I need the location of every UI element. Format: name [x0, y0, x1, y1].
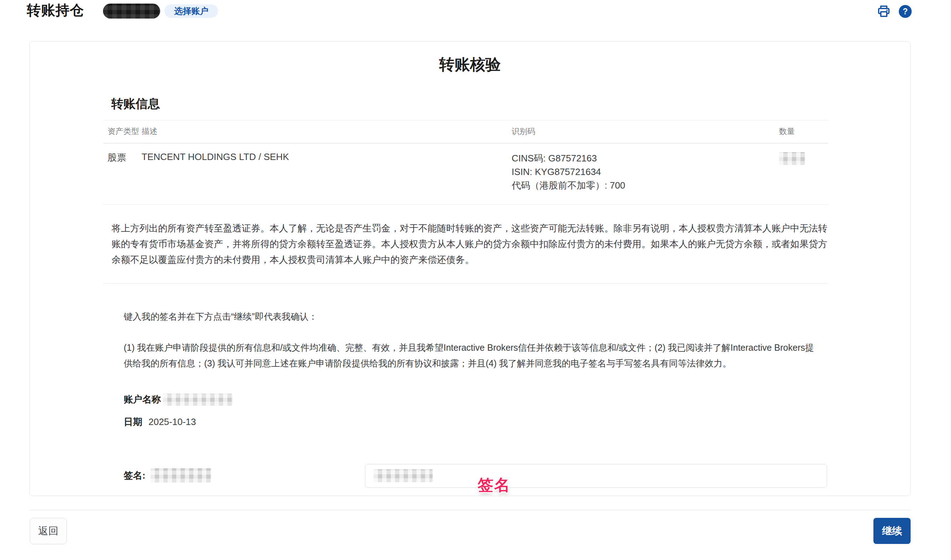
transfer-verification-card: 转账核验 转账信息 资产类型 描述 识别码 数量 股票 TENCENT HOLD… — [29, 41, 911, 496]
back-button[interactable]: 返回 — [30, 518, 67, 544]
account-name-line: 账户名称 — [124, 393, 828, 406]
description-cell: TENCENT HOLDINGS LTD / SEHK — [142, 151, 512, 192]
account-name-label: 账户名称 — [124, 393, 161, 406]
asset-type-cell: 股票 — [103, 151, 142, 192]
assets-table: 资产类型 描述 识别码 数量 股票 TENCENT HOLDINGS LTD /… — [103, 120, 828, 205]
signature-row: 签名: 签名 — [124, 464, 828, 496]
legal-text: 将上方列出的所有资产转至盈透证券。本人了解，无论是否产生罚金，对于不能随时转账的… — [111, 220, 828, 268]
quantity-cell — [779, 151, 828, 192]
identifier-header: 识别码 — [512, 126, 779, 137]
identifier-code: 代码（港股前不加零）: 700 — [512, 178, 779, 192]
quantity-header: 数量 — [779, 126, 828, 137]
confirmation-intro: 键入我的签名并在下方点击“继续”即代表我确认： — [124, 311, 828, 323]
date-line: 日期 2025-10-13 — [124, 416, 828, 428]
identifier-cins: CINS码: G87572163 — [512, 151, 779, 165]
card-content: 转账信息 资产类型 描述 识别码 数量 股票 TENCENT HOLDINGS … — [103, 96, 828, 496]
account-number-redacted — [103, 3, 160, 18]
signature-input-wrap — [365, 464, 827, 488]
confirmation-block: 键入我的签名并在下方点击“继续”即代表我确认： (1) 我在账户申请阶段提供的所… — [124, 311, 828, 496]
identifier-isin: ISIN: KYG875721634 — [512, 165, 779, 178]
table-header-row: 资产类型 描述 识别码 数量 — [103, 120, 828, 143]
account-name-redacted — [163, 394, 233, 406]
confirmation-items: (1) 我在账户申请阶段提供的所有信息和/或文件均准确、完整、有效，并且我希望I… — [124, 340, 820, 371]
signature-input-redacted — [374, 469, 432, 482]
signature-label: 签名: — [124, 469, 145, 482]
printer-icon[interactable] — [877, 4, 891, 18]
asset-type-header: 资产类型 — [103, 126, 142, 137]
table-row: 股票 TENCENT HOLDINGS LTD / SEHK CINS码: G8… — [103, 143, 828, 205]
transfer-info-title: 转账信息 — [111, 96, 828, 112]
page-title: 转账持仓 — [27, 1, 84, 20]
signature-annotation: 签名 — [478, 475, 511, 496]
verification-title: 转账核验 — [30, 54, 910, 75]
continue-button[interactable]: 继续 — [874, 518, 911, 544]
signature-input[interactable] — [365, 464, 827, 488]
top-icons: ? — [877, 4, 912, 18]
select-account-button[interactable]: 选择账户 — [164, 4, 218, 18]
description-header: 描述 — [142, 126, 512, 137]
quantity-redacted — [779, 152, 805, 165]
signature-name-redacted — [151, 468, 211, 483]
date-label: 日期 — [124, 417, 142, 427]
help-icon[interactable]: ? — [899, 5, 912, 18]
top-bar: 转账持仓 选择账户 ? — [0, 0, 951, 23]
signature-label-wrap: 签名: — [124, 468, 211, 483]
date-value: 2025-10-13 — [148, 417, 196, 427]
identifiers-cell: CINS码: G87572163 ISIN: KYG875721634 代码（港… — [512, 151, 779, 192]
